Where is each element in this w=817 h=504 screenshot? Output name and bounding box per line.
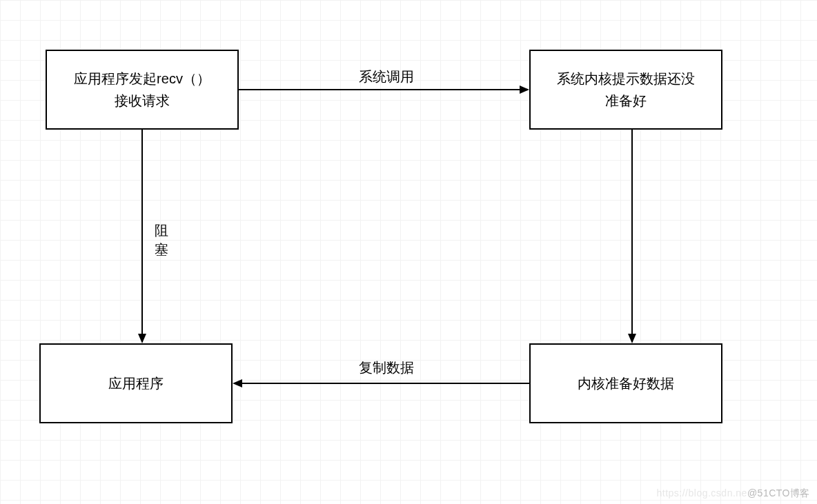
box-app-text: 应用程序 [108, 372, 164, 394]
box-app-recv-text: 应用程序发起recv（） 接收请求 [74, 68, 210, 112]
edge-label-copy-data: 复制数据 [345, 359, 428, 377]
edge-label-system-call: 系统调用 [345, 68, 428, 86]
box-kernel-not-ready-text: 系统内核提示数据还没 准备好 [557, 68, 695, 112]
box-kernel-ready: 内核准备好数据 [529, 343, 722, 423]
watermark-text: @51CTO博客 [747, 487, 810, 498]
box-kernel-ready-text: 内核准备好数据 [578, 372, 674, 394]
edge-label-block: 阻塞 [153, 221, 170, 259]
watermark: https://blog.csdn.ne@51CTO博客 [656, 487, 810, 500]
watermark-prefix: https://blog.csdn.ne [656, 487, 747, 498]
box-app: 应用程序 [39, 343, 233, 423]
box-app-recv: 应用程序发起recv（） 接收请求 [46, 50, 239, 130]
box-kernel-not-ready: 系统内核提示数据还没 准备好 [529, 50, 722, 130]
